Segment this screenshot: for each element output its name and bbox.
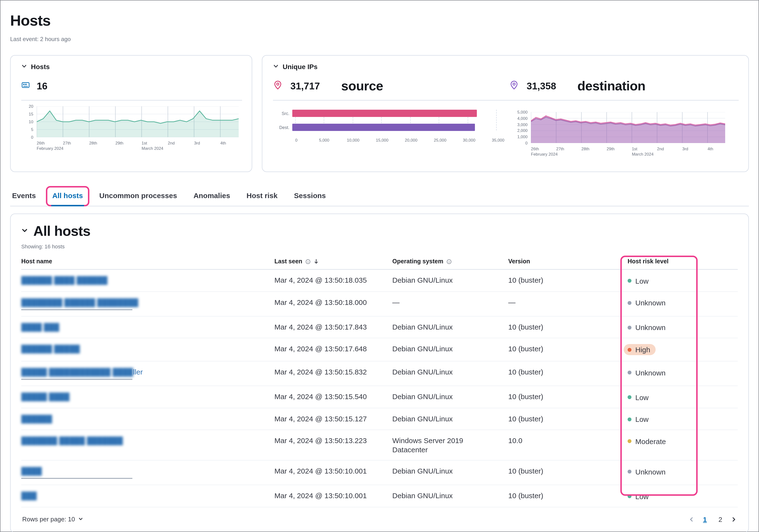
x-tick-label: 27th [556, 146, 564, 152]
info-icon[interactable] [446, 259, 452, 264]
column-header-label: Version [508, 258, 530, 265]
host-name-cell: ███████ █████ ███████ [21, 436, 274, 445]
redacted-host-name: ███ [21, 491, 37, 500]
host-name-cell: ████ ███ [21, 322, 274, 331]
host-name-link[interactable]: ███████ █████ ███████ [21, 436, 123, 444]
table-row: ███████ █████ ███████Mar 4, 2024 @ 13:50… [21, 430, 738, 461]
tab-label: Host risk [247, 191, 278, 200]
host-name-link[interactable]: ██████ █████ [21, 345, 80, 353]
chevron-down-icon[interactable] [21, 62, 27, 71]
risk-level-label: Unknown [635, 298, 665, 307]
x-tick-label: 1stMarch 2024 [141, 141, 163, 152]
info-icon[interactable] [305, 259, 310, 264]
host-name-link[interactable]: █████ ████ [21, 392, 69, 400]
table-row: ████████ ██████ ████████Mar 4, 2024 @ 13… [21, 292, 738, 316]
host-name-cell: ███ [21, 491, 274, 500]
redacted-host-name: █████ ████ [21, 392, 69, 400]
host-risk-badge: High [624, 344, 656, 355]
bar-x-tick-label: 35,000 [492, 138, 504, 143]
host-risk-cell: Moderate [627, 436, 738, 446]
version-value: 10 (buster) [508, 392, 627, 401]
sort-desc-icon[interactable] [313, 259, 319, 264]
page-title: Hosts [10, 12, 749, 29]
tab-events[interactable]: Events [11, 188, 37, 206]
previous-page-button[interactable] [688, 516, 695, 522]
column-header-last-seen[interactable]: Last seen [274, 258, 392, 265]
x-tick-label: 29th [607, 146, 615, 152]
host-name-link[interactable]: ██████ ████ ██████ [21, 276, 107, 284]
host-name-cell: ██████ █████ [21, 344, 274, 353]
column-header-operating-system[interactable]: Operating system [392, 258, 508, 265]
x-tick-label: 26thFebruary 2024 [37, 141, 63, 152]
redacted-host-name: ██████ [21, 414, 52, 423]
tab-uncommon-processes[interactable]: Uncommon processes [98, 188, 178, 206]
source-bar [292, 110, 477, 117]
host-name-cell: ██████ [21, 414, 274, 423]
risk-level-label: Unknown [635, 323, 665, 332]
host-name-link[interactable]: ████ ███ [21, 322, 59, 331]
column-header-version[interactable]: Version [508, 258, 627, 265]
table-row: █████ ████████████ ████llerMar 4, 2024 @… [21, 361, 738, 386]
bar-x-tick-label: 15,000 [376, 138, 388, 143]
redacted-host-name: ██████ █████ [21, 345, 80, 353]
source-label: source [341, 78, 383, 94]
page-button-2[interactable]: 2 [715, 513, 726, 525]
risk-dot-icon [627, 279, 631, 283]
tab-anomalies[interactable]: Anomalies [192, 188, 231, 206]
operating-system-value: Debian GNU/Linux [392, 466, 508, 475]
table-row: ██████ █████Mar 4, 2024 @ 13:50:17.648De… [21, 338, 738, 361]
column-header-host-name[interactable]: Host name [21, 258, 274, 265]
chevron-down-icon[interactable] [21, 227, 28, 235]
host-risk-badge: Moderate [627, 436, 666, 446]
x-tick-label: 2nd [168, 141, 175, 146]
table-header-row: Host nameLast seenOperating systemVersio… [21, 258, 738, 269]
version-value: — [508, 297, 627, 307]
tab-host-risk[interactable]: Host risk [246, 188, 279, 206]
page-button-1[interactable]: 1 [699, 513, 711, 525]
host-name-cell: ████████ ██████ ████████ [21, 297, 274, 310]
y-tick-label: 4,000 [517, 116, 528, 121]
column-header-label: Host name [21, 258, 52, 265]
divider [273, 100, 739, 101]
operating-system-value: Debian GNU/Linux [392, 367, 508, 376]
y-tick-label: 15 [29, 112, 33, 116]
bar-row-src-: Src. [273, 110, 498, 117]
version-value: 10 (buster) [508, 322, 627, 331]
y-tick-label: 0 [31, 135, 33, 140]
host-risk-cell: Unknown [627, 466, 738, 476]
bar-chart-x-axis: 05,00010,00015,00020,00025,00030,00035,0… [295, 138, 498, 143]
version-value: 10 (buster) [508, 275, 627, 285]
table-row: ████ ███Mar 4, 2024 @ 13:50:17.843Debian… [21, 316, 738, 338]
tab-sessions[interactable]: Sessions [293, 188, 327, 206]
host-name-link[interactable]: ████ [21, 467, 42, 475]
divider [21, 100, 242, 101]
all-hosts-panel: All hosts Showing: 16 hosts Host nameLas… [10, 214, 749, 532]
tab-all-hosts[interactable]: All hosts [51, 188, 84, 206]
last-seen-value: Mar 4, 2024 @ 13:50:15.832 [274, 367, 392, 376]
ips-chart-x-axis: 26thFebruary 202427th28th29th1stMarch 20… [531, 146, 725, 159]
x-tick-label: 28th [581, 146, 589, 152]
chevron-down-icon[interactable] [273, 62, 279, 71]
host-name-link[interactable]: ███ [21, 491, 37, 500]
column-header-host-risk-level[interactable]: Host risk level [627, 258, 738, 265]
x-tick-label: 29th [115, 141, 123, 146]
risk-dot-icon [627, 301, 631, 305]
bar-row-dest-: Dest. [273, 124, 498, 131]
next-page-button[interactable] [730, 516, 738, 522]
column-header-label: Operating system [392, 258, 443, 265]
host-risk-badge: Low [627, 392, 649, 402]
showing-count: Showing: 16 hosts [21, 244, 738, 249]
host-risk-badge: Low [627, 415, 649, 424]
host-risk-badge: Unknown [627, 298, 665, 307]
host-name-link[interactable]: ████████ ██████ ████████ [21, 298, 138, 306]
last-seen-value: Mar 4, 2024 @ 13:50:17.648 [274, 344, 392, 353]
host-name-link[interactable]: ██████ [21, 414, 52, 423]
operating-system-value: — [392, 297, 508, 307]
rows-per-page-button[interactable]: Rows per page: 10 [21, 513, 84, 525]
risk-level-label: Unknown [635, 368, 665, 377]
host-name-link[interactable]: █████ ████████████ ████ller [21, 368, 143, 376]
hosts-kpi-panel: Hosts 16 05101520 26thFebruary 202427th2… [10, 55, 252, 172]
hosts-panel-title: Hosts [31, 63, 50, 70]
risk-dot-icon [627, 439, 631, 443]
x-tick-label: 28th [89, 141, 97, 146]
